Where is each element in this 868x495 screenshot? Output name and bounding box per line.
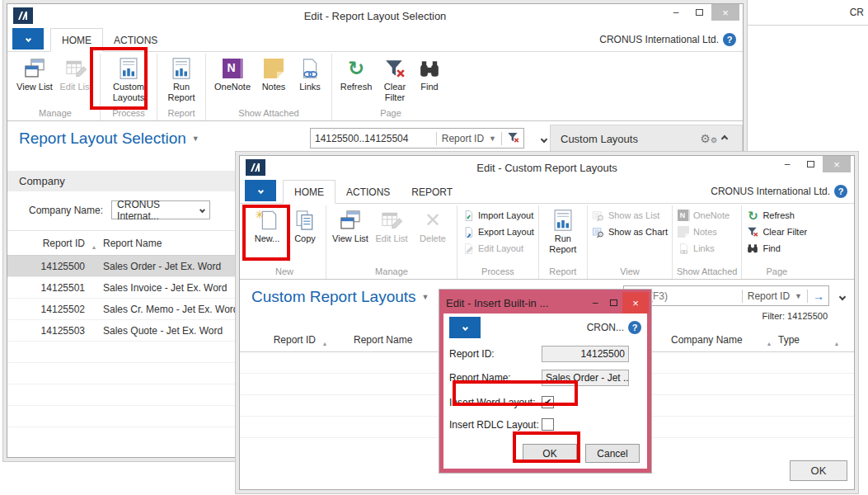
view-list-icon <box>23 54 46 82</box>
company-brand: CRONUS International Ltd. <box>599 34 719 45</box>
filter-value[interactable]: 14125500..14125504 <box>315 133 431 144</box>
tab-home[interactable]: HOME <box>50 28 103 52</box>
sort-icon[interactable]: ▲ <box>760 334 778 346</box>
ribbon-group-page: ↻ Refresh Clear Filter Find Page <box>742 205 811 279</box>
links-button[interactable]: Links <box>677 242 737 255</box>
edit-list-button[interactable]: Edit List <box>372 205 411 244</box>
title-caret-icon[interactable]: ▼ <box>422 293 429 301</box>
clear-filter-button[interactable]: Clear Filter <box>746 225 807 238</box>
sort-asc-icon[interactable]: ▲ <box>316 334 334 346</box>
app-menu-button[interactable] <box>245 180 276 201</box>
cancel-button[interactable]: Cancel <box>585 444 640 463</box>
new-icon <box>255 206 279 233</box>
tab-report[interactable]: REPORT <box>401 181 463 203</box>
new-button[interactable]: New... <box>247 205 287 244</box>
titlebar[interactable]: Edit - Custom Report Layouts – × <box>240 156 854 179</box>
ribbon-tabrow: HOME ACTIONS REPORT CRONUS International… <box>240 179 854 204</box>
run-report-button[interactable]: Run Report <box>162 54 201 102</box>
refresh-button[interactable]: ↻ Refresh <box>336 54 376 92</box>
copy-button[interactable]: Copy <box>289 205 321 244</box>
filter-field-select[interactable]: Report ID <box>748 290 790 302</box>
edit-list-button[interactable]: Edit List <box>56 54 96 92</box>
column-company-name[interactable]: Company Name <box>671 334 760 346</box>
app-menu-button[interactable] <box>12 28 44 50</box>
notes-button[interactable]: Notes <box>677 225 737 238</box>
view-list-button[interactable]: View List <box>331 205 370 244</box>
show-as-list-button[interactable]: Show as List <box>592 209 668 222</box>
factbox-header[interactable]: Custom Layouts ⚙⚙ <box>550 125 743 153</box>
maximize-icon[interactable] <box>800 156 821 172</box>
find-button[interactable]: Find <box>414 54 445 92</box>
filter-pane[interactable]: filter (F3) Report ID ▼ → <box>623 285 829 306</box>
filter-field-dropdown-icon[interactable]: ▼ <box>489 134 496 143</box>
column-type[interactable]: Type <box>778 334 828 346</box>
run-report-button[interactable]: Run Report <box>543 205 583 254</box>
close-icon[interactable]: × <box>711 4 739 21</box>
edit-layout-button[interactable]: Edit Layout <box>462 242 534 255</box>
insert-rdlc-layout-checkbox[interactable] <box>542 418 554 431</box>
company-brand: CRON... <box>587 322 624 333</box>
ribbon-group-show-attached: N OneNote Notes Links Show Attached <box>206 54 332 120</box>
ok-button[interactable]: OK <box>790 460 847 481</box>
help-icon[interactable]: ? <box>723 33 736 46</box>
company-name-select[interactable]: CRONUS Internat... <box>111 200 210 219</box>
find-button[interactable]: Find <box>746 242 807 255</box>
clear-filter-icon <box>384 54 406 82</box>
report-id-field: 14125500 <box>542 346 629 362</box>
onenote-button[interactable]: N OneNote <box>210 54 255 92</box>
ribbon-group-view: Show as List Show as Chart View <box>588 205 673 279</box>
titlebar[interactable]: Edit - Report Layout Selection – × <box>7 4 743 27</box>
column-report-id[interactable]: Report ID <box>273 334 316 346</box>
custom-layouts-button[interactable]: Custom Layouts <box>105 54 152 102</box>
column-report-id[interactable]: Report ID <box>34 238 85 249</box>
help-icon[interactable]: ? <box>628 321 641 334</box>
filter-go-icon[interactable]: → <box>813 290 824 303</box>
tab-actions[interactable]: ACTIONS <box>335 181 401 203</box>
page-title: Report Layout Selection▼ <box>19 130 199 148</box>
app-logo-icon <box>13 7 33 24</box>
app-menu-button[interactable] <box>449 317 481 338</box>
minimize-icon[interactable]: – <box>665 4 687 21</box>
factbox-collapse-icon[interactable] <box>717 136 732 141</box>
help-icon[interactable]: ? <box>834 185 847 198</box>
dialog-titlebar[interactable]: Edit - Insert Built-in ... – × <box>443 293 648 314</box>
edit-layout-icon <box>462 242 475 255</box>
import-layout-button[interactable]: Import Layout <box>462 209 534 222</box>
maximize-icon[interactable] <box>604 297 622 309</box>
clear-filter-small-icon[interactable] <box>507 131 519 146</box>
view-list-button[interactable]: View List <box>15 54 54 92</box>
links-button[interactable]: Links <box>293 54 327 92</box>
minimize-icon[interactable]: – <box>586 297 604 309</box>
tab-home[interactable]: HOME <box>283 180 335 204</box>
window-title: Edit - Report Layout Selection <box>304 10 447 22</box>
column-report-name[interactable]: Report Name <box>103 238 162 249</box>
filter-pane[interactable]: 14125500..14125504 Report ID ▼ <box>310 128 524 148</box>
insert-word-layout-checkbox[interactable]: ✔ <box>542 396 554 408</box>
edit-list-icon <box>64 54 87 82</box>
minimize-icon[interactable]: – <box>777 156 798 172</box>
ribbon: View List Edit List Manage Custom Layout… <box>7 52 743 121</box>
close-icon[interactable]: × <box>823 156 851 172</box>
notes-button[interactable]: Notes <box>256 54 291 92</box>
filter-field-dropdown-icon[interactable]: ▼ <box>795 292 802 300</box>
sort-icon[interactable]: ▲ <box>828 334 846 346</box>
page-title: Custom Report Layouts▼ <box>251 288 429 306</box>
report-name-field: Sales Order - Jet ... <box>542 370 629 386</box>
maximize-icon[interactable] <box>688 4 710 21</box>
export-layout-button[interactable]: Export Layout <box>462 225 534 238</box>
close-icon[interactable]: × <box>622 292 649 314</box>
ok-button[interactable]: OK <box>523 444 577 463</box>
refresh-button[interactable]: ↻ Refresh <box>746 209 807 222</box>
filter-field-select[interactable]: Report ID <box>442 133 484 144</box>
refresh-icon: ↻ <box>746 209 759 222</box>
clear-filter-button[interactable]: Clear Filter <box>378 54 412 102</box>
gear-icon[interactable]: ⚙⚙ <box>700 132 717 145</box>
onenote-button[interactable]: N OneNote <box>677 209 737 222</box>
delete-button[interactable]: ✕ Delete <box>413 205 453 244</box>
sort-asc-icon[interactable]: ▲ <box>85 238 103 250</box>
filter-expand-icon[interactable] <box>833 287 852 307</box>
tab-actions[interactable]: ACTIONS <box>103 29 168 51</box>
find-icon <box>419 54 440 82</box>
show-as-chart-button[interactable]: Show as Chart <box>592 225 668 238</box>
title-caret-icon[interactable]: ▼ <box>192 134 199 143</box>
